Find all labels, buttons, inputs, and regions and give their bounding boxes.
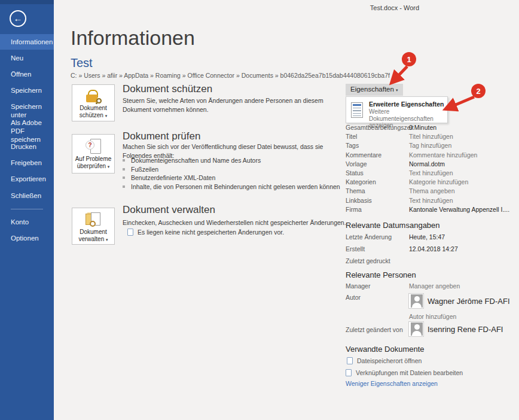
edit-links-to-files-link[interactable]: Verknüpfungen mit Dateien bearbeiten	[346, 369, 463, 376]
protect-description: Steuern Sie, welche Arten von Änderungen…	[123, 96, 353, 114]
inspect-bullet: Benutzerdefinierte XML-Daten	[123, 174, 362, 182]
inspect-bullet: Dokumenteigenschaften und Name des Autor…	[123, 156, 362, 165]
property-value: Normal.dotm	[409, 160, 445, 168]
author-label: Autor	[346, 294, 361, 301]
lock-key-icon	[86, 90, 100, 102]
manage-button-label: Dokument verwalten	[78, 229, 106, 242]
dropdown-caret-icon: ▾	[396, 88, 398, 92]
property-label: Tags	[346, 142, 359, 149]
property-value: Kantonale Verwaltung Appenzell I....	[409, 206, 509, 213]
property-row: TitelTitel hinzufügen	[346, 133, 519, 142]
property-value[interactable]: Kategorie hinzufügen	[409, 178, 468, 185]
related-documents-heading: Verwandte Dokumente	[346, 345, 425, 354]
properties-dropdown-button[interactable]: Eigenschaften ▾	[346, 84, 403, 96]
sidebar-item-konto[interactable]: Konto	[0, 218, 54, 226]
modified-by-name[interactable]: Isenring Rene FD-AFI	[428, 325, 503, 334]
linked-document-icon	[346, 369, 352, 376]
no-unsaved-changes-note: Es liegen keine nicht gespeicherten Ände…	[127, 229, 284, 236]
properties-list: Gesamtbearbeitungszeit0 Minuten TitelTit…	[346, 124, 519, 215]
sidebar-item-informationen[interactable]: Informationen	[0, 34, 54, 50]
modified-by-avatar	[408, 321, 424, 337]
property-row: KommentareKommentare hinzufügen	[346, 151, 519, 160]
property-label: Titel	[346, 133, 357, 140]
protect-button-label: Dokument schützen	[80, 105, 107, 118]
protect-heading: Dokument schützen	[123, 83, 212, 95]
property-value[interactable]: Text hinzufügen	[409, 197, 453, 204]
show-fewer-properties-link[interactable]: Weniger Eigenschaften anzeigen	[346, 380, 438, 387]
sidebar-item-exportieren[interactable]: Exportieren	[0, 175, 54, 183]
manage-versions-icon	[85, 212, 102, 227]
author-name[interactable]: Wagner Jérôme FD-AFI	[428, 297, 510, 306]
property-row: TagsTag hinzufügen	[346, 142, 519, 151]
property-row: Gesamtbearbeitungszeit0 Minuten	[346, 124, 519, 133]
modified-by-label: Zuletzt geändert von	[346, 326, 403, 333]
sidebar-item-neu[interactable]: Neu	[0, 54, 54, 62]
sidebar-item-drucken[interactable]: Drucken	[0, 142, 54, 151]
property-row: KategorienKategorie hinzufügen	[346, 178, 519, 187]
property-label: Thema	[346, 187, 365, 194]
add-author-placeholder[interactable]: Autor hinzufügen	[409, 313, 456, 320]
manager-placeholder[interactable]: Manager angeben	[409, 282, 460, 290]
property-row: LinkbasisText hinzufügen	[346, 197, 519, 206]
property-label: Firma	[346, 206, 362, 213]
dropdown-caret-icon: ▾	[105, 114, 108, 118]
inspect-document-icon: ?	[85, 139, 102, 154]
properties-panel: Eigenschaften ▾ Erweiterte Eigenschaften…	[346, 0, 519, 420]
document-title: Test	[71, 56, 93, 70]
manager-label: Manager	[346, 282, 370, 290]
sidebar-item-speichern-unter[interactable]: Speichern unter	[0, 102, 54, 119]
inspect-bullet-list: Dokumenteigenschaften und Name des Autor…	[123, 156, 362, 191]
page-title: Informationen	[71, 26, 195, 50]
dropdown-caret-icon: ▾	[108, 165, 110, 169]
property-label: Vorlage	[346, 160, 367, 168]
property-value: 0 Minuten	[409, 124, 436, 131]
protect-document-button[interactable]: Dokument schützen ▾	[72, 84, 115, 121]
open-file-location-link[interactable]: Dateispeicherort öffnen	[347, 357, 422, 364]
date-value: 12.04.2018 14:27	[409, 245, 458, 252]
date-value: Heute, 15:47	[409, 233, 445, 241]
document-icon	[127, 229, 133, 236]
date-label: Erstellt	[346, 245, 365, 252]
sidebar-item-freigeben[interactable]: Freigeben	[0, 159, 54, 167]
inspect-bullet: Fußzeilen	[123, 165, 362, 174]
properties-button-label: Eigenschaften	[350, 86, 394, 93]
inspect-heading: Dokument prüfen	[123, 130, 200, 142]
property-label: Status	[346, 169, 364, 176]
sidebar-item-schliessen[interactable]: Schließen	[0, 191, 54, 200]
inspect-bullet: Inhalte, die von Personen mit Behinderun…	[123, 182, 362, 191]
date-label: Letzte Änderung	[346, 233, 392, 241]
property-value[interactable]: Text hinzufügen	[409, 169, 453, 176]
manage-document-button[interactable]: Dokument verwalten ▾	[72, 208, 115, 245]
people-heading: Relevante Personen	[346, 270, 416, 279]
manage-heading: Dokument verwalten	[123, 204, 215, 216]
advanced-properties-title: Erweiterte Eigenschaften	[369, 101, 444, 108]
back-button[interactable]: ←	[10, 10, 26, 27]
sidebar-item-speichern[interactable]: Speichern	[0, 86, 54, 95]
property-row: StatusText hinzufügen	[346, 169, 519, 178]
property-value[interactable]: Thema angeben	[409, 187, 454, 194]
sidebar-item-optionen[interactable]: Optionen	[0, 234, 54, 242]
property-value[interactable]: Titel hinzufügen	[409, 133, 453, 140]
dropdown-caret-icon: ▾	[106, 238, 108, 242]
property-value[interactable]: Tag hinzufügen	[409, 142, 451, 149]
inspect-button-label: Auf Probleme überprüfen	[75, 156, 112, 169]
property-label: Gesamtbearbeitungszeit	[346, 124, 414, 131]
property-row: VorlageNormal.dotm	[346, 160, 519, 169]
advanced-properties-icon	[351, 102, 363, 118]
check-for-issues-button[interactable]: ? Auf Probleme überprüfen ▾	[72, 134, 115, 174]
property-row: FirmaKantonale Verwaltung Appenzell I...…	[346, 206, 519, 215]
sidebar-item-oeffnen[interactable]: Öffnen	[0, 70, 54, 78]
sidebar-item-als-adobe-pdf-speichern[interactable]: Als Adobe PDF speichern	[0, 118, 54, 144]
back-arrow-icon: ←	[14, 13, 23, 23]
document-path: C: » Users » afiir » AppData » Roaming »…	[71, 72, 390, 79]
date-label: Zuletzt gedruckt	[346, 257, 390, 264]
property-label: Kategorien	[346, 178, 376, 185]
backstage-sidebar: ← Informationen Neu Öffnen Speichern Spe…	[0, 0, 54, 420]
property-row: ThemaThema angeben	[346, 187, 519, 196]
advanced-properties-menu-item[interactable]: Erweiterte Eigenschaften Weitere Dokumen…	[346, 96, 448, 123]
property-label: Kommentare	[346, 151, 381, 159]
property-value[interactable]: Kommentare hinzufügen	[409, 151, 477, 159]
manage-description: Einchecken, Auschecken und Wiederherstel…	[123, 218, 353, 227]
folder-document-icon	[347, 357, 353, 364]
property-label: Linkbasis	[346, 197, 372, 204]
